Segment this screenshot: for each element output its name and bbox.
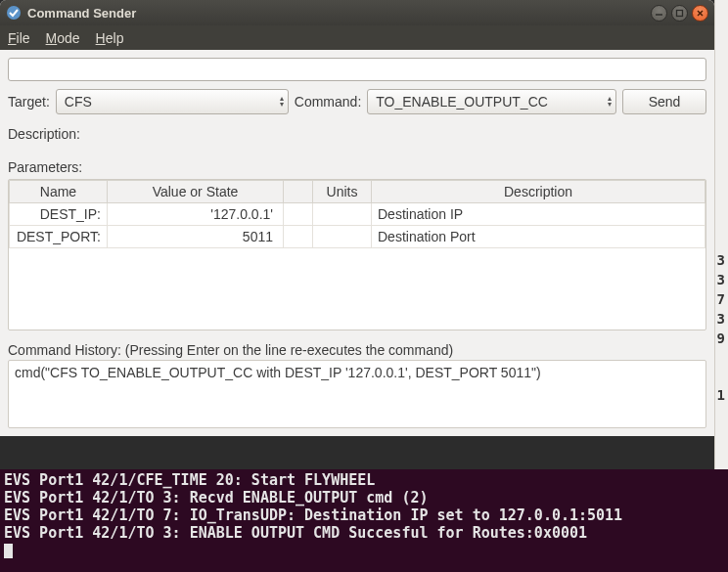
table-header-row: Name Value or State Units Description	[10, 181, 705, 203]
param-description: Destination IP	[372, 203, 705, 226]
history-box[interactable]: cmd("CFS TO_ENABLE_OUTPUT_CC with DEST_I…	[8, 360, 706, 428]
svg-rect-2	[677, 10, 683, 16]
svg-point-0	[7, 6, 21, 20]
col-value[interactable]: Value or State	[108, 181, 284, 203]
target-combo[interactable]: CFS ▴▾	[56, 89, 289, 114]
window-title: Command Sender	[27, 6, 651, 21]
target-label: Target:	[8, 94, 50, 110]
menu-mode[interactable]: Mode	[46, 30, 80, 46]
combo-spinner-icon: ▴▾	[280, 96, 284, 108]
param-name: DEST_IP:	[10, 203, 108, 226]
command-label: Command:	[295, 94, 361, 110]
param-value[interactable]: '127.0.0.1'	[108, 203, 284, 226]
bg-num: 1	[717, 387, 725, 403]
history-entry[interactable]: cmd("CFS TO_ENABLE_OUTPUT_CC with DEST_I…	[15, 365, 700, 380]
description-label: Description:	[8, 126, 706, 142]
param-spacer	[284, 226, 313, 248]
bg-num: 7	[717, 291, 725, 307]
terminal-output[interactable]: EVS Port1 42/1/CFE_TIME 20: Start FLYWHE…	[0, 469, 728, 572]
col-units[interactable]: Units	[313, 181, 372, 203]
bg-num: 3	[717, 272, 725, 287]
table-row[interactable]: DEST_IP: '127.0.0.1' Destination IP	[10, 203, 705, 226]
bg-num: 3	[717, 252, 725, 268]
terminal-line: EVS Port1 42/1/CFE_TIME 20: Start FLYWHE…	[4, 471, 375, 489]
param-spacer	[284, 203, 313, 226]
parameters-table: Name Value or State Units Description DE…	[9, 180, 705, 248]
col-name[interactable]: Name	[10, 181, 108, 203]
menu-help[interactable]: Help	[96, 30, 124, 46]
bg-num: 3	[717, 311, 725, 327]
terminal-line: EVS Port1 42/1/TO 3: ENABLE OUTPUT CMD S…	[4, 524, 587, 542]
combo-spinner-icon: ▴▾	[608, 96, 612, 108]
param-units	[313, 203, 372, 226]
command-value: TO_ENABLE_OUTPUT_CC	[376, 94, 548, 110]
param-name: DEST_PORT:	[10, 226, 108, 248]
terminal-line: EVS Port1 42/1/TO 3: Recvd ENABLE_OUTPUT…	[4, 489, 428, 506]
target-value: CFS	[65, 94, 92, 110]
terminal-cursor	[4, 544, 13, 558]
send-button[interactable]: Send	[622, 89, 706, 114]
app-icon	[6, 5, 22, 21]
col-spacer	[284, 181, 313, 203]
close-button[interactable]	[692, 5, 708, 22]
maximize-button[interactable]	[671, 5, 688, 22]
param-description: Destination Port	[372, 226, 705, 248]
table-row[interactable]: DEST_PORT: 5011 Destination Port	[10, 226, 705, 248]
minimize-button[interactable]	[651, 5, 667, 22]
parameters-table-container: Name Value or State Units Description DE…	[8, 179, 706, 330]
terminal-line: EVS Port1 42/1/TO 7: IO_TransUDP: Destin…	[4, 506, 622, 524]
bg-num: 9	[717, 330, 725, 346]
parameters-label: Parameters:	[8, 159, 706, 175]
search-input[interactable]	[8, 58, 706, 81]
param-units	[313, 226, 372, 248]
menubar: File Mode Help	[0, 25, 714, 50]
command-combo[interactable]: TO_ENABLE_OUTPUT_CC ▴▾	[367, 89, 616, 114]
col-description[interactable]: Description	[372, 181, 705, 203]
history-label: Command History: (Pressing Enter on the …	[8, 342, 706, 358]
menu-file[interactable]: File	[8, 30, 30, 46]
command-sender-window: Command Sender File Mode Help Target: CF…	[0, 0, 714, 436]
titlebar[interactable]: Command Sender	[0, 0, 714, 25]
param-value[interactable]: 5011	[108, 226, 284, 248]
